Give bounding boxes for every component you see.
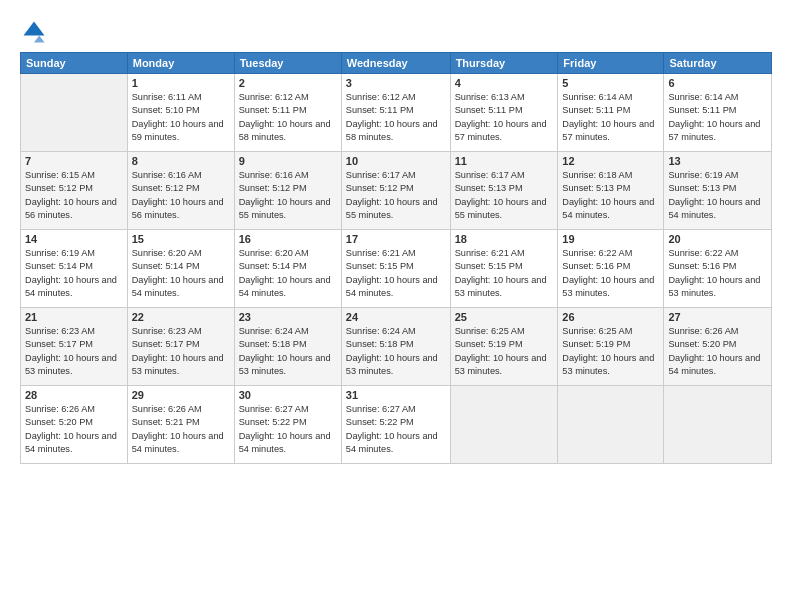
day-number: 13 <box>668 155 767 167</box>
day-number: 20 <box>668 233 767 245</box>
calendar-cell <box>21 74 128 152</box>
day-info: Sunrise: 6:27 AMSunset: 5:22 PMDaylight:… <box>239 403 337 456</box>
day-number: 25 <box>455 311 554 323</box>
day-header-monday: Monday <box>127 53 234 74</box>
day-number: 15 <box>132 233 230 245</box>
day-info: Sunrise: 6:14 AMSunset: 5:11 PMDaylight:… <box>562 91 659 144</box>
calendar-cell: 20Sunrise: 6:22 AMSunset: 5:16 PMDayligh… <box>664 230 772 308</box>
day-header-saturday: Saturday <box>664 53 772 74</box>
calendar-cell: 24Sunrise: 6:24 AMSunset: 5:18 PMDayligh… <box>341 308 450 386</box>
day-info: Sunrise: 6:14 AMSunset: 5:11 PMDaylight:… <box>668 91 767 144</box>
day-info: Sunrise: 6:26 AMSunset: 5:21 PMDaylight:… <box>132 403 230 456</box>
day-number: 16 <box>239 233 337 245</box>
calendar-cell: 17Sunrise: 6:21 AMSunset: 5:15 PMDayligh… <box>341 230 450 308</box>
day-number: 21 <box>25 311 123 323</box>
calendar-cell: 7Sunrise: 6:15 AMSunset: 5:12 PMDaylight… <box>21 152 128 230</box>
day-number: 5 <box>562 77 659 89</box>
day-number: 17 <box>346 233 446 245</box>
day-number: 19 <box>562 233 659 245</box>
day-header-thursday: Thursday <box>450 53 558 74</box>
day-number: 9 <box>239 155 337 167</box>
day-number: 12 <box>562 155 659 167</box>
day-info: Sunrise: 6:26 AMSunset: 5:20 PMDaylight:… <box>668 325 767 378</box>
day-number: 18 <box>455 233 554 245</box>
day-number: 22 <box>132 311 230 323</box>
calendar-cell: 6Sunrise: 6:14 AMSunset: 5:11 PMDaylight… <box>664 74 772 152</box>
calendar-cell: 26Sunrise: 6:25 AMSunset: 5:19 PMDayligh… <box>558 308 664 386</box>
calendar-cell <box>558 386 664 464</box>
day-number: 4 <box>455 77 554 89</box>
day-info: Sunrise: 6:17 AMSunset: 5:12 PMDaylight:… <box>346 169 446 222</box>
calendar-cell: 25Sunrise: 6:25 AMSunset: 5:19 PMDayligh… <box>450 308 558 386</box>
day-number: 1 <box>132 77 230 89</box>
calendar-cell: 1Sunrise: 6:11 AMSunset: 5:10 PMDaylight… <box>127 74 234 152</box>
day-info: Sunrise: 6:22 AMSunset: 5:16 PMDaylight:… <box>562 247 659 300</box>
day-info: Sunrise: 6:24 AMSunset: 5:18 PMDaylight:… <box>346 325 446 378</box>
week-row-2: 7Sunrise: 6:15 AMSunset: 5:12 PMDaylight… <box>21 152 772 230</box>
day-info: Sunrise: 6:20 AMSunset: 5:14 PMDaylight:… <box>132 247 230 300</box>
day-info: Sunrise: 6:11 AMSunset: 5:10 PMDaylight:… <box>132 91 230 144</box>
calendar-cell: 14Sunrise: 6:19 AMSunset: 5:14 PMDayligh… <box>21 230 128 308</box>
calendar-cell: 15Sunrise: 6:20 AMSunset: 5:14 PMDayligh… <box>127 230 234 308</box>
calendar-cell: 31Sunrise: 6:27 AMSunset: 5:22 PMDayligh… <box>341 386 450 464</box>
calendar-cell: 27Sunrise: 6:26 AMSunset: 5:20 PMDayligh… <box>664 308 772 386</box>
day-info: Sunrise: 6:23 AMSunset: 5:17 PMDaylight:… <box>25 325 123 378</box>
day-number: 2 <box>239 77 337 89</box>
week-row-3: 14Sunrise: 6:19 AMSunset: 5:14 PMDayligh… <box>21 230 772 308</box>
calendar-cell: 3Sunrise: 6:12 AMSunset: 5:11 PMDaylight… <box>341 74 450 152</box>
day-info: Sunrise: 6:21 AMSunset: 5:15 PMDaylight:… <box>455 247 554 300</box>
day-number: 6 <box>668 77 767 89</box>
calendar-cell: 22Sunrise: 6:23 AMSunset: 5:17 PMDayligh… <box>127 308 234 386</box>
day-header-friday: Friday <box>558 53 664 74</box>
day-info: Sunrise: 6:21 AMSunset: 5:15 PMDaylight:… <box>346 247 446 300</box>
day-number: 8 <box>132 155 230 167</box>
calendar-cell: 30Sunrise: 6:27 AMSunset: 5:22 PMDayligh… <box>234 386 341 464</box>
calendar-cell: 18Sunrise: 6:21 AMSunset: 5:15 PMDayligh… <box>450 230 558 308</box>
day-info: Sunrise: 6:26 AMSunset: 5:20 PMDaylight:… <box>25 403 123 456</box>
day-number: 11 <box>455 155 554 167</box>
day-number: 26 <box>562 311 659 323</box>
calendar-cell: 16Sunrise: 6:20 AMSunset: 5:14 PMDayligh… <box>234 230 341 308</box>
day-number: 29 <box>132 389 230 401</box>
day-info: Sunrise: 6:12 AMSunset: 5:11 PMDaylight:… <box>239 91 337 144</box>
day-info: Sunrise: 6:15 AMSunset: 5:12 PMDaylight:… <box>25 169 123 222</box>
week-row-5: 28Sunrise: 6:26 AMSunset: 5:20 PMDayligh… <box>21 386 772 464</box>
day-number: 30 <box>239 389 337 401</box>
day-info: Sunrise: 6:25 AMSunset: 5:19 PMDaylight:… <box>455 325 554 378</box>
calendar-cell: 11Sunrise: 6:17 AMSunset: 5:13 PMDayligh… <box>450 152 558 230</box>
calendar-cell: 23Sunrise: 6:24 AMSunset: 5:18 PMDayligh… <box>234 308 341 386</box>
week-row-4: 21Sunrise: 6:23 AMSunset: 5:17 PMDayligh… <box>21 308 772 386</box>
calendar-cell: 28Sunrise: 6:26 AMSunset: 5:20 PMDayligh… <box>21 386 128 464</box>
day-number: 23 <box>239 311 337 323</box>
day-info: Sunrise: 6:20 AMSunset: 5:14 PMDaylight:… <box>239 247 337 300</box>
day-info: Sunrise: 6:16 AMSunset: 5:12 PMDaylight:… <box>132 169 230 222</box>
calendar-cell: 9Sunrise: 6:16 AMSunset: 5:12 PMDaylight… <box>234 152 341 230</box>
day-info: Sunrise: 6:27 AMSunset: 5:22 PMDaylight:… <box>346 403 446 456</box>
day-info: Sunrise: 6:16 AMSunset: 5:12 PMDaylight:… <box>239 169 337 222</box>
calendar-table: SundayMondayTuesdayWednesdayThursdayFrid… <box>20 52 772 464</box>
day-number: 14 <box>25 233 123 245</box>
day-number: 7 <box>25 155 123 167</box>
day-number: 3 <box>346 77 446 89</box>
day-info: Sunrise: 6:19 AMSunset: 5:14 PMDaylight:… <box>25 247 123 300</box>
header <box>20 18 772 46</box>
day-number: 27 <box>668 311 767 323</box>
calendar-cell: 10Sunrise: 6:17 AMSunset: 5:12 PMDayligh… <box>341 152 450 230</box>
logo-icon <box>20 18 48 46</box>
day-number: 10 <box>346 155 446 167</box>
day-info: Sunrise: 6:18 AMSunset: 5:13 PMDaylight:… <box>562 169 659 222</box>
calendar-cell: 19Sunrise: 6:22 AMSunset: 5:16 PMDayligh… <box>558 230 664 308</box>
calendar-cell: 29Sunrise: 6:26 AMSunset: 5:21 PMDayligh… <box>127 386 234 464</box>
calendar-cell: 5Sunrise: 6:14 AMSunset: 5:11 PMDaylight… <box>558 74 664 152</box>
calendar-cell: 4Sunrise: 6:13 AMSunset: 5:11 PMDaylight… <box>450 74 558 152</box>
day-info: Sunrise: 6:25 AMSunset: 5:19 PMDaylight:… <box>562 325 659 378</box>
calendar-cell <box>450 386 558 464</box>
day-number: 28 <box>25 389 123 401</box>
day-info: Sunrise: 6:13 AMSunset: 5:11 PMDaylight:… <box>455 91 554 144</box>
day-number: 24 <box>346 311 446 323</box>
day-info: Sunrise: 6:24 AMSunset: 5:18 PMDaylight:… <box>239 325 337 378</box>
svg-marker-1 <box>34 36 45 43</box>
day-header-sunday: Sunday <box>21 53 128 74</box>
day-header-tuesday: Tuesday <box>234 53 341 74</box>
day-info: Sunrise: 6:12 AMSunset: 5:11 PMDaylight:… <box>346 91 446 144</box>
